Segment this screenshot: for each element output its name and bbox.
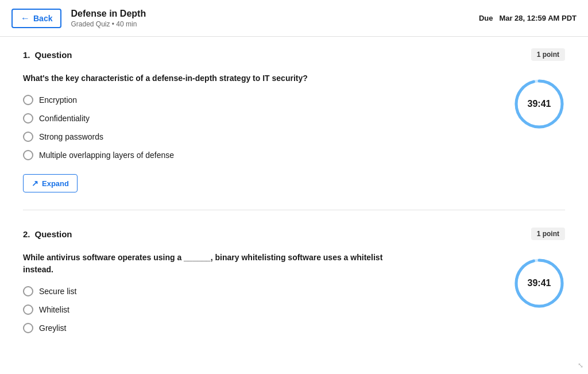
question-2-number: 2. Question: [23, 229, 72, 239]
option-confidentiality[interactable]: Confidentiality: [23, 113, 413, 124]
option-encryption[interactable]: Encryption: [23, 95, 413, 105]
back-label: Back: [33, 14, 52, 23]
question-1-text: What's the key characteristic of a defen…: [23, 72, 413, 84]
quiz-subtitle: Graded Quiz • 40 min: [71, 20, 146, 28]
option-secure-list-label: Secure list: [39, 287, 76, 296]
timer-2-text: 39:41: [528, 278, 551, 288]
question-2-options: Secure list Whitelist Greylist: [23, 286, 413, 333]
question-section-2: 2. Question 1 point While antivirus soft…: [23, 228, 565, 364]
due-date: Mar 28, 12:59 AM PDT: [499, 14, 577, 22]
option-whitelist-label: Whitelist: [39, 305, 69, 314]
question-1-number: 1. Question: [23, 50, 72, 60]
header-left: ← Back Defense in Depth Graded Quiz • 40…: [11, 9, 146, 28]
due-info: Due Mar 28, 12:59 AM PDT: [479, 14, 577, 22]
question-2-body: While antivirus software operates using …: [23, 252, 565, 347]
resize-icon: ⤡: [578, 361, 583, 369]
option-greylist-label: Greylist: [39, 323, 66, 333]
question-2-num: 2.: [23, 229, 30, 239]
back-arrow-icon: ←: [21, 13, 30, 24]
option-multiple-layers[interactable]: Multiple overlapping layers of defense: [23, 150, 413, 160]
radio-whitelist[interactable]: [23, 304, 33, 315]
radio-strong-passwords[interactable]: [23, 132, 33, 142]
expand-label-1: Expand: [42, 179, 69, 188]
radio-greylist[interactable]: [23, 323, 33, 333]
back-button[interactable]: ← Back: [11, 9, 61, 28]
timer-1: 39:41: [513, 78, 565, 130]
question-1-points: 1 point: [531, 48, 565, 61]
option-strong-passwords[interactable]: Strong passwords: [23, 132, 413, 142]
question-1-options: Encryption Confidentiality Strong passwo…: [23, 95, 413, 160]
due-label: Due: [479, 14, 493, 22]
question-1-content: What's the key characteristic of a defen…: [23, 72, 413, 192]
question-2-header: 2. Question 1 point: [23, 228, 565, 240]
question-1-num: 1.: [23, 50, 30, 60]
radio-multiple-layers[interactable]: [23, 150, 33, 160]
question-2-text: While antivirus software operates using …: [23, 252, 413, 276]
radio-confidentiality[interactable]: [23, 113, 33, 124]
question-1-label: Question: [35, 50, 72, 60]
question-section-1: 1. Question 1 point What's the key chara…: [23, 48, 565, 210]
quiz-title: Defense in Depth: [71, 9, 146, 19]
option-strong-passwords-label: Strong passwords: [39, 132, 103, 141]
radio-secure-list[interactable]: [23, 286, 33, 296]
header: ← Back Defense in Depth Graded Quiz • 40…: [0, 0, 588, 37]
option-multiple-layers-label: Multiple overlapping layers of defense: [39, 151, 174, 160]
question-2-points: 1 point: [531, 228, 565, 240]
radio-encryption[interactable]: [23, 95, 33, 105]
timer-1-text: 39:41: [528, 99, 551, 109]
main-content: 1. Question 1 point What's the key chara…: [0, 37, 588, 374]
expand-icon-1: ↗: [32, 179, 38, 188]
option-whitelist[interactable]: Whitelist: [23, 304, 413, 315]
option-confidentiality-label: Confidentiality: [39, 114, 90, 123]
question-2-content: While antivirus software operates using …: [23, 252, 413, 347]
expand-button-1[interactable]: ↗ Expand: [23, 174, 78, 192]
option-encryption-label: Encryption: [39, 95, 77, 105]
question-2-label: Question: [35, 229, 72, 239]
quiz-info: Defense in Depth Graded Quiz • 40 min: [71, 9, 146, 28]
option-secure-list[interactable]: Secure list: [23, 286, 413, 296]
timer-2-container: 39:41: [513, 257, 565, 309]
timer-1-container: 39:41: [513, 78, 565, 130]
question-1-header: 1. Question 1 point: [23, 48, 565, 61]
question-1-body: What's the key characteristic of a defen…: [23, 72, 565, 192]
timer-2: 39:41: [513, 257, 565, 309]
option-greylist[interactable]: Greylist: [23, 323, 413, 333]
